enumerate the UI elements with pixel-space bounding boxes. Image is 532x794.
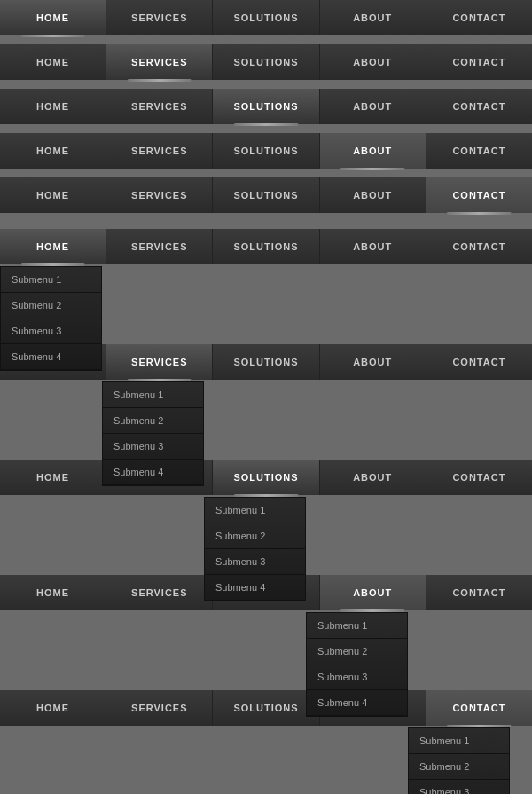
home-submenu-4[interactable]: Submenu 4: [1, 344, 101, 370]
nav-contact-2[interactable]: CONTACT: [426, 44, 532, 80]
nav-solutions-7[interactable]: SOLUTIONS: [213, 344, 319, 380]
solutions-submenu-2[interactable]: Submenu 2: [205, 523, 305, 549]
nav-about-8[interactable]: ABOUT: [320, 460, 426, 495]
services-submenu-2[interactable]: Submenu 2: [103, 408, 203, 434]
nav-home-5[interactable]: HOME: [0, 177, 106, 213]
home-submenu-1[interactable]: Submenu 1: [1, 267, 101, 293]
navbar-home-active: HOME SERVICES SOLUTIONS ABOUT CONTACT: [0, 0, 532, 35]
solutions-submenu-3[interactable]: Submenu 3: [205, 549, 305, 575]
nav-contact-6[interactable]: CONTACT: [426, 229, 532, 264]
nav-about-3[interactable]: ABOUT: [320, 89, 426, 124]
nav-services-4[interactable]: SERVICES: [106, 133, 213, 169]
navbar-solutions-dropdown: HOME SERVICES SOLUTIONS ABOUT CONTACT Su…: [0, 460, 532, 495]
nav-contact-10[interactable]: CONTACT: [426, 690, 532, 726]
nav-solutions-1[interactable]: SOLUTIONS: [213, 0, 319, 35]
nav-home-1[interactable]: HOME: [0, 0, 106, 35]
about-submenu-3[interactable]: Submenu 3: [307, 664, 407, 690]
nav-services-2[interactable]: SERVICES: [106, 44, 213, 80]
nav-services-7[interactable]: SERVICES: [106, 344, 213, 380]
nav-about-6[interactable]: ABOUT: [320, 229, 426, 264]
nav-about-4[interactable]: ABOUT: [320, 133, 426, 169]
navbar-services-active: HOME SERVICES SOLUTIONS ABOUT CONTACT: [0, 44, 532, 80]
navbar-contact-active: HOME SERVICES SOLUTIONS ABOUT CONTACT: [0, 177, 532, 213]
nav-about-5[interactable]: ABOUT: [320, 177, 426, 213]
services-submenu-3[interactable]: Submenu 3: [103, 434, 203, 460]
nav-solutions-4[interactable]: SOLUTIONS: [213, 133, 319, 169]
nav-contact-1[interactable]: CONTACT: [426, 0, 532, 35]
about-submenu-4[interactable]: Submenu 4: [307, 690, 407, 716]
nav-contact-8[interactable]: CONTACT: [426, 460, 532, 495]
nav-home-2[interactable]: HOME: [0, 44, 106, 80]
navbar-home-dropdown: HOME SERVICES SOLUTIONS ABOUT CONTACT Su…: [0, 229, 532, 264]
nav-contact-4[interactable]: CONTACT: [426, 133, 532, 169]
nav-home-8[interactable]: HOME: [0, 460, 106, 495]
nav-home-3[interactable]: HOME: [0, 89, 106, 124]
services-submenu-4[interactable]: Submenu 4: [103, 460, 203, 485]
solutions-submenu-4[interactable]: Submenu 4: [205, 575, 305, 601]
home-submenu-3[interactable]: Submenu 3: [1, 318, 101, 344]
nav-solutions-6[interactable]: SOLUTIONS: [213, 229, 319, 264]
nav-home-10[interactable]: HOME: [0, 690, 106, 726]
nav-solutions-5[interactable]: SOLUTIONS: [213, 177, 319, 213]
navbar-contact-dropdown: HOME SERVICES SOLUTIONS ABOUT CONTACT Su…: [0, 690, 532, 726]
nav-solutions-10[interactable]: SOLUTIONS: [213, 690, 319, 726]
about-submenu-2[interactable]: Submenu 2: [307, 639, 407, 664]
nav-contact-7[interactable]: CONTACT: [426, 344, 532, 380]
nav-services-5[interactable]: SERVICES: [106, 177, 213, 213]
nav-home-9[interactable]: HOME: [0, 575, 106, 610]
services-dropdown-menu: Submenu 1 Submenu 2 Submenu 3 Submenu 4: [102, 381, 204, 486]
nav-solutions-2[interactable]: SOLUTIONS: [213, 44, 319, 80]
solutions-dropdown-menu: Submenu 1 Submenu 2 Submenu 3 Submenu 4: [204, 497, 306, 601]
nav-about-2[interactable]: ABOUT: [320, 44, 426, 80]
nav-about-9[interactable]: ABOUT: [320, 575, 426, 610]
solutions-submenu-1[interactable]: Submenu 1: [205, 498, 305, 523]
nav-contact-9[interactable]: CONTACT: [426, 575, 532, 610]
nav-services-1[interactable]: SERVICES: [106, 0, 213, 35]
contact-submenu-1[interactable]: Submenu 1: [409, 728, 509, 754]
nav-solutions-8[interactable]: SOLUTIONS: [213, 460, 319, 495]
nav-about-7[interactable]: ABOUT: [320, 344, 426, 380]
nav-solutions-3[interactable]: SOLUTIONS: [213, 89, 319, 124]
home-dropdown-menu: Submenu 1 Submenu 2 Submenu 3 Submenu 4: [0, 266, 102, 371]
contact-dropdown-menu: Submenu 1 Submenu 2 Submenu 3 Submenu 4: [408, 727, 510, 794]
home-submenu-2[interactable]: Submenu 2: [1, 293, 101, 318]
nav-services-9[interactable]: SERVICES: [106, 575, 213, 610]
navbar-solutions-active: HOME SERVICES SOLUTIONS ABOUT CONTACT: [0, 89, 532, 124]
nav-services-10[interactable]: SERVICES: [106, 690, 213, 726]
contact-submenu-3[interactable]: Submenu 3: [409, 780, 509, 794]
about-dropdown-menu: Submenu 1 Submenu 2 Submenu 3 Submenu 4: [306, 612, 408, 717]
nav-contact-5[interactable]: CONTACT: [426, 177, 532, 213]
about-submenu-1[interactable]: Submenu 1: [307, 613, 407, 639]
contact-submenu-2[interactable]: Submenu 2: [409, 754, 509, 780]
services-submenu-1[interactable]: Submenu 1: [103, 382, 203, 408]
navbar-about-active: HOME SERVICES SOLUTIONS ABOUT CONTACT: [0, 133, 532, 169]
nav-contact-3[interactable]: CONTACT: [426, 89, 532, 124]
nav-home-6[interactable]: HOME: [0, 229, 106, 264]
nav-about-1[interactable]: ABOUT: [320, 0, 426, 35]
nav-services-6[interactable]: SERVICES: [106, 229, 213, 264]
nav-services-3[interactable]: SERVICES: [106, 89, 213, 124]
nav-home-4[interactable]: HOME: [0, 133, 106, 169]
